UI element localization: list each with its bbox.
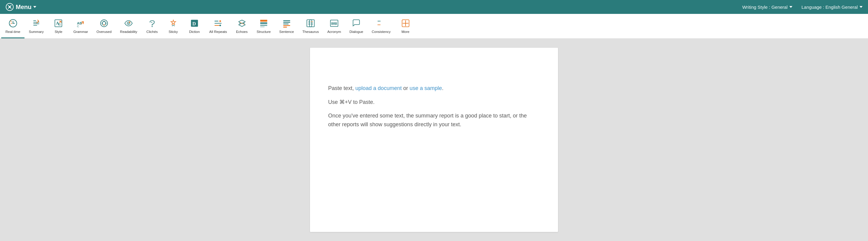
dialogue-icon xyxy=(351,18,362,29)
svg-point-13 xyxy=(105,23,106,24)
svg-point-27 xyxy=(220,25,221,26)
svg-rect-35 xyxy=(283,25,290,26)
paste-instruction: Use ⌘+V to Paste. xyxy=(328,99,540,105)
diction-icon: D xyxy=(189,18,200,29)
logo-icon xyxy=(5,3,14,11)
toolbar-item-more[interactable]: More xyxy=(395,14,416,38)
svg-rect-38 xyxy=(309,20,314,27)
overused-icon xyxy=(99,18,110,29)
toolbar-item-echoes[interactable]: Echoes xyxy=(231,14,252,38)
writing-style-selector[interactable]: Writing Style : General xyxy=(742,4,793,10)
thesaurus-icon xyxy=(305,18,316,29)
svg-rect-30 xyxy=(260,25,267,26)
svg-point-17 xyxy=(128,23,129,24)
realtime-label: Real-time xyxy=(5,30,20,34)
writing-style-label: Writing Style : General xyxy=(742,4,787,10)
grammar-label: Grammar xyxy=(73,30,88,34)
menu-label: Menu xyxy=(16,4,31,10)
hint-prefix: Paste text, xyxy=(328,85,355,91)
sentence-label: Sentence xyxy=(279,30,294,34)
toolbar-item-consistency[interactable]: ❝❝ ❞❞ Consistency xyxy=(368,14,395,38)
language-chevron-icon xyxy=(860,6,863,8)
toolbar-item-summary[interactable]: Summary xyxy=(25,14,48,38)
hint-suffix: . xyxy=(442,85,443,91)
grammar-icon: AB C xyxy=(75,18,86,29)
toolbar-item-readability[interactable]: Readability xyxy=(116,14,142,38)
svg-point-19 xyxy=(152,26,153,27)
toolbar-item-dialogue[interactable]: Dialogue xyxy=(345,14,368,38)
toolbar: Real-time Summary A B Style xyxy=(0,14,868,39)
acronym-label: Acronym xyxy=(327,30,341,34)
sentence-icon xyxy=(281,18,292,29)
svg-point-26 xyxy=(220,20,221,22)
hint-or: or xyxy=(402,85,409,91)
toolbar-item-cliches[interactable]: ❝ Clichés xyxy=(142,14,163,38)
echoes-label: Echoes xyxy=(236,30,247,34)
svg-text:B: B xyxy=(58,23,61,26)
svg-rect-28 xyxy=(260,20,267,22)
svg-rect-34 xyxy=(283,24,288,25)
dialogue-label: Dialogue xyxy=(350,30,363,34)
language-label: Language : English General xyxy=(802,4,858,10)
svg-rect-29 xyxy=(260,22,267,24)
svg-text:❝❝: ❝❝ xyxy=(378,20,381,23)
cliches-icon: ❝ xyxy=(147,18,158,29)
toolbar-item-acronym[interactable]: BRB Acronym xyxy=(323,14,345,38)
sticky-icon xyxy=(168,18,179,29)
topbar-right: Writing Style : General Language : Engli… xyxy=(742,4,863,10)
svg-point-12 xyxy=(103,21,105,22)
editor-panel[interactable]: Paste text, upload a document or use a s… xyxy=(310,48,558,232)
use-sample-link[interactable]: use a sample xyxy=(409,85,442,91)
svg-point-3 xyxy=(12,23,13,24)
toolbar-item-realtime[interactable]: Real-time xyxy=(1,14,25,38)
summary-icon xyxy=(31,18,42,29)
svg-point-14 xyxy=(103,25,105,26)
toolbar-item-diction[interactable]: D Diction xyxy=(184,14,205,38)
svg-text:D: D xyxy=(192,21,196,26)
consistency-label: Consistency xyxy=(372,30,391,34)
summary-label: Summary xyxy=(29,30,43,34)
language-selector[interactable]: Language : English General xyxy=(802,4,863,10)
readability-icon xyxy=(123,18,134,29)
structure-label: Structure xyxy=(257,30,271,34)
allrepeats-icon xyxy=(213,18,223,29)
toolbar-item-sentence[interactable]: Sentence xyxy=(275,14,298,38)
upload-document-link[interactable]: upload a document xyxy=(355,85,402,91)
overused-label: Overused xyxy=(96,30,112,34)
more-label: More xyxy=(402,30,409,34)
main-area: Paste text, upload a document or use a s… xyxy=(0,39,868,241)
cliches-label: Clichés xyxy=(146,30,158,34)
svg-point-11 xyxy=(100,20,107,27)
svg-text:❞❞: ❞❞ xyxy=(378,24,381,27)
more-icon xyxy=(400,18,411,29)
svg-rect-31 xyxy=(260,27,264,28)
svg-rect-37 xyxy=(307,20,312,27)
menu-chevron-icon xyxy=(33,6,36,8)
writing-style-chevron-icon xyxy=(789,6,793,8)
toolbar-item-allrepeats[interactable]: All Repeats xyxy=(205,14,231,38)
editor-hint: Paste text, upload a document or use a s… xyxy=(328,84,540,93)
svg-rect-33 xyxy=(283,22,290,23)
toolbar-item-grammar[interactable]: AB C Grammar xyxy=(69,14,92,38)
sticky-label: Sticky xyxy=(168,30,178,34)
readability-label: Readability xyxy=(120,30,137,34)
toolbar-item-overused[interactable]: Overused xyxy=(92,14,116,38)
diction-label: Diction xyxy=(189,30,199,34)
svg-rect-36 xyxy=(283,27,287,28)
svg-text:❝: ❝ xyxy=(151,22,152,25)
editor-description: Once you've entered some text, the summa… xyxy=(328,111,540,129)
svg-text:C: C xyxy=(77,25,79,28)
topbar: Menu Writing Style : General Language : … xyxy=(0,0,868,14)
acronym-icon: BRB xyxy=(329,18,340,29)
echoes-icon xyxy=(237,18,247,29)
toolbar-item-style[interactable]: A B Style xyxy=(48,14,69,38)
style-icon: A B xyxy=(53,18,64,29)
structure-icon xyxy=(258,18,269,29)
consistency-icon: ❝❝ ❞❞ xyxy=(376,18,386,29)
toolbar-item-structure[interactable]: Structure xyxy=(252,14,275,38)
menu-button[interactable]: Menu xyxy=(5,3,36,11)
svg-point-18 xyxy=(129,22,130,23)
toolbar-item-thesaurus[interactable]: Thesaurus xyxy=(298,14,323,38)
style-label: Style xyxy=(55,30,63,34)
toolbar-item-sticky[interactable]: Sticky xyxy=(163,14,184,38)
